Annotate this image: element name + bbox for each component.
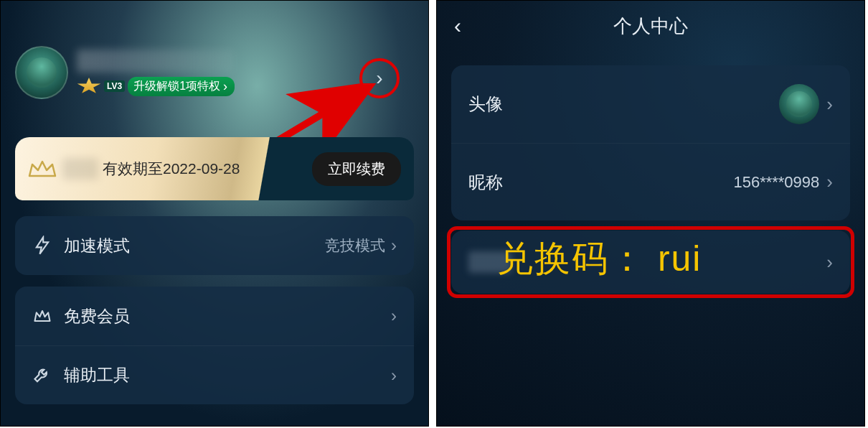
profile-card: 头像 › 昵称 156****0998 ›	[451, 65, 850, 220]
settings-list: 加速模式 竞技模式 › 免费会员 › 辅助工具 ›	[15, 216, 414, 416]
row-free-member[interactable]: 免费会员 ›	[15, 287, 414, 345]
level-tag: LV3	[104, 80, 125, 92]
crown-icon	[28, 159, 57, 179]
row-accel-mode[interactable]: 加速模式 竞技模式 ›	[15, 216, 414, 275]
avatar[interactable]	[15, 46, 68, 99]
row-nickname[interactable]: 昵称 156****0998 ›	[451, 143, 850, 220]
row-label: 免费会员	[64, 305, 391, 327]
level-star-icon	[77, 78, 101, 95]
unlock-privilege-pill[interactable]: 升级解锁1项特权	[128, 77, 235, 96]
chevron-right-icon: ›	[391, 236, 397, 256]
row-label: 头像	[468, 93, 779, 116]
settings-card-1: 加速模式 竞技模式 ›	[15, 216, 414, 275]
chevron-right-icon: ›	[826, 93, 833, 116]
chevron-right-icon: ›	[826, 251, 833, 274]
vip-card: 有效期至2022-09-28 立即续费	[15, 137, 414, 200]
settings-panel-left: LV3 升级解锁1项特权 › 有效期至2022-09-28 立即续费	[0, 0, 429, 427]
row-label: 加速模式	[64, 235, 325, 257]
row-label: 昵称	[468, 171, 733, 194]
avatar-thumbnail	[779, 84, 819, 124]
chevron-right-icon: ›	[391, 366, 397, 386]
vip-text-redacted	[62, 158, 98, 180]
row-avatar[interactable]: 头像 ›	[451, 65, 850, 143]
nickname-value: 156****0998	[733, 173, 819, 192]
vip-expiry-text: 有效期至2022-09-28	[103, 159, 240, 179]
chevron-right-icon: ›	[391, 306, 397, 326]
page-title: 个人中心	[437, 8, 864, 44]
settings-card-2: 免费会员 › 辅助工具 ›	[15, 287, 414, 404]
renew-button[interactable]: 立即续费	[312, 152, 401, 186]
redeem-label-redacted	[468, 251, 511, 273]
row-redeem-code[interactable]: ›	[451, 231, 850, 294]
username-redacted	[77, 50, 235, 73]
crown-outline-icon	[32, 306, 52, 326]
row-label: 辅助工具	[64, 364, 391, 386]
user-header: LV3 升级解锁1项特权	[15, 40, 414, 105]
row-value: 竞技模式	[325, 236, 385, 256]
wrench-icon	[32, 366, 52, 386]
unlock-privilege-label: 升级解锁1项特权	[133, 79, 220, 94]
annotation-circle: ›	[359, 58, 400, 98]
profile-enter-chevron-icon[interactable]: ›	[376, 68, 382, 88]
chevron-right-icon: ›	[826, 171, 833, 193]
profile-center-panel-right: ‹ 个人中心 头像 › 昵称 156****0998 › › 兑换码： rui	[436, 0, 865, 427]
bolt-icon	[32, 236, 52, 256]
row-tools[interactable]: 辅助工具 ›	[15, 345, 414, 404]
